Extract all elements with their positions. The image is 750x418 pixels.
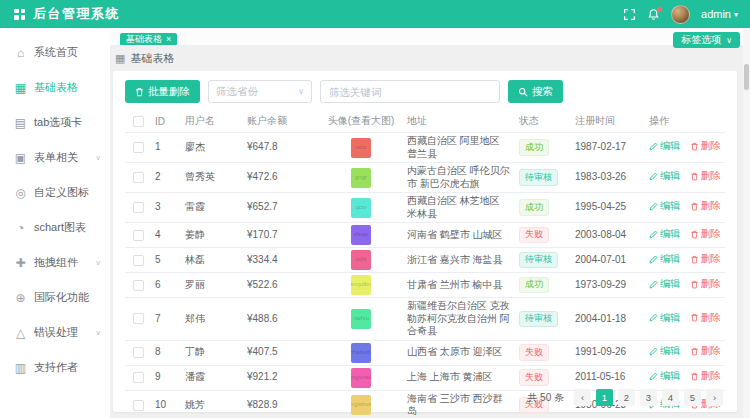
cell-balance: ¥472.6 (243, 163, 319, 193)
user-menu[interactable]: admin ▾ (701, 8, 738, 20)
sidebar-item[interactable]: ▣ 表单相关 ∨ (0, 140, 110, 175)
sidebar-item[interactable]: ▦ 基础表格 (0, 70, 110, 105)
sidebar-item[interactable]: ⊕ 国际化功能 (0, 280, 110, 315)
avatar-thumbnail[interactable]: sfeap (351, 225, 371, 245)
select-all-checkbox[interactable] (133, 116, 144, 127)
sidebar-item-label: 基础表格 (34, 80, 78, 95)
bell-icon[interactable] (647, 8, 660, 21)
close-icon[interactable]: × (166, 35, 171, 44)
sidebar-item[interactable]: ◎ 自定义图标 (0, 175, 110, 210)
sidebar-item-icon: ⌂ (14, 46, 27, 60)
delete-button[interactable]: 删除 (690, 312, 721, 325)
edit-button[interactable]: 编辑 (649, 345, 680, 358)
notification-dot (657, 7, 662, 12)
avatar-thumbnail[interactable]: nwfvu (351, 309, 371, 329)
scrollbar-thumb[interactable] (744, 64, 749, 90)
cell-username: 林磊 (181, 248, 243, 273)
avatar-thumbnail[interactable]: nctx (351, 138, 371, 158)
cell-register-date: 1983-03-26 (571, 163, 645, 193)
sidebar-item[interactable]: ▥ 支持作者 (0, 350, 110, 385)
row-checkbox[interactable] (133, 255, 144, 266)
table-row: 8 丁静 ¥407.5 thabwb 山西省 太原市 迎泽区 失败 1991-0… (125, 340, 725, 365)
delete-label: 删除 (701, 200, 721, 213)
delete-button[interactable]: 删除 (690, 345, 721, 358)
sidebar-item[interactable]: △ 错误处理 ∨ (0, 315, 110, 350)
pagination-next-button[interactable]: › (706, 389, 723, 406)
sidebar-item[interactable]: ◔ schart图表 (0, 210, 110, 245)
cell-username: 廖杰 (181, 133, 243, 163)
edit-button[interactable]: 编辑 (649, 312, 680, 325)
delete-button[interactable]: 删除 (690, 370, 721, 383)
row-checkbox[interactable] (133, 172, 144, 183)
edit-button[interactable]: 编辑 (649, 140, 680, 153)
delete-button[interactable]: 删除 (690, 253, 721, 266)
edit-button[interactable]: 编辑 (649, 253, 680, 266)
top-header: 后台管理系统 admin ▾ (0, 0, 750, 28)
chevron-down-icon: ∨ (95, 259, 101, 267)
sidebar-item-label: 表单相关 (34, 150, 78, 165)
chevron-down-icon: ∨ (95, 329, 101, 337)
user-avatar[interactable] (671, 5, 690, 24)
pagination-page-button[interactable]: 4 (662, 389, 679, 406)
edit-label: 编辑 (660, 170, 680, 183)
edit-button[interactable]: 编辑 (649, 278, 680, 291)
cell-register-date: 1991-09-26 (571, 340, 645, 365)
row-checkbox[interactable] (133, 372, 144, 383)
edit-label: 编辑 (660, 312, 680, 325)
sidebar-item[interactable]: ▤ tab选项卡 (0, 105, 110, 140)
edit-label: 编辑 (660, 345, 680, 358)
pagination-page-button[interactable]: 5 (684, 389, 701, 406)
pagination-page-button[interactable]: 1 (596, 389, 613, 406)
pagination-page-button[interactable]: 3 (640, 389, 657, 406)
edit-label: 编辑 (660, 370, 680, 383)
cell-balance: ¥522.6 (243, 273, 319, 298)
tag-options-label: 标签选项 (681, 33, 721, 47)
table-row: 2 曾秀英 ¥472.6 gngr 内蒙古自治区 呼伦贝尔市 新巴尔虎右旗 待审… (125, 163, 725, 193)
delete-button[interactable]: 删除 (690, 170, 721, 183)
row-checkbox[interactable] (133, 313, 144, 324)
sidebar-item-icon: ▤ (14, 116, 27, 130)
pencil-icon (649, 313, 658, 322)
row-checkbox[interactable] (133, 142, 144, 153)
delete-button[interactable]: 删除 (690, 278, 721, 291)
edit-button[interactable]: 编辑 (649, 170, 680, 183)
edit-button[interactable]: 编辑 (649, 228, 680, 241)
sidebar-item[interactable]: ⌂ 系统首页 (0, 35, 110, 70)
content-area: ▦ 基础表格 批量删除 筛选省份 ∨ (110, 45, 750, 418)
delete-button[interactable]: 删除 (690, 200, 721, 213)
avatar-thumbnail[interactable]: thabwb (351, 343, 371, 363)
row-checkbox[interactable] (133, 347, 144, 358)
status-badge: 待审核 (519, 169, 558, 185)
edit-button[interactable]: 编辑 (649, 200, 680, 213)
province-filter-select[interactable]: 筛选省份 ∨ (208, 80, 312, 103)
avatar-thumbnail[interactable]: gngr (351, 168, 371, 188)
grid-logo-icon[interactable] (14, 9, 25, 20)
edit-button[interactable]: 编辑 (649, 370, 680, 383)
delete-button[interactable]: 删除 (690, 140, 721, 153)
cell-register-date: 2003-08-04 (571, 223, 645, 248)
avatar-thumbnail[interactable]: cqfs (351, 250, 371, 270)
pencil-icon (649, 372, 658, 381)
status-badge: 成功 (519, 199, 549, 215)
scrollbar-track[interactable] (743, 28, 750, 418)
tag-options-button[interactable]: 标签选项 ∨ (673, 32, 740, 48)
delete-button[interactable]: 删除 (690, 228, 721, 241)
avatar-thumbnail[interactable]: smydbn (351, 275, 371, 295)
avatar-thumbnail[interactable]: qctv (351, 198, 371, 218)
keyword-search-input[interactable] (320, 80, 500, 103)
row-checkbox[interactable] (133, 280, 144, 291)
sidebar-item-icon: ◎ (14, 186, 27, 200)
sidebar-item[interactable]: ✚ 拖拽组件 ∨ (0, 245, 110, 280)
fullscreen-icon[interactable] (623, 8, 636, 21)
trash-icon (690, 230, 699, 239)
cell-username: 曾秀英 (181, 163, 243, 193)
pagination-page-button[interactable]: 2 (618, 389, 635, 406)
batch-delete-button[interactable]: 批量删除 (125, 80, 200, 103)
row-checkbox[interactable] (133, 202, 144, 213)
cell-balance: ¥334.4 (243, 248, 319, 273)
col-header-actions: 操作 (645, 110, 725, 133)
search-button[interactable]: 搜索 (508, 80, 563, 103)
pencil-icon (649, 347, 658, 356)
pagination-prev-button[interactable]: ‹ (574, 389, 591, 406)
row-checkbox[interactable] (133, 230, 144, 241)
